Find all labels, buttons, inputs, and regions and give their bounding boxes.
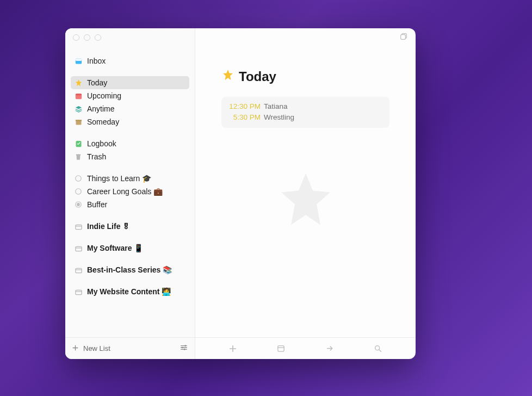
page-heading: Today <box>221 69 389 85</box>
svg-rect-7 <box>76 154 81 155</box>
svg-point-17 <box>182 347 183 349</box>
logbook-icon <box>74 139 83 148</box>
svg-rect-20 <box>401 35 406 40</box>
event-row: 12:30 PM Tatiana <box>229 101 382 112</box>
project-progress-icon <box>74 187 83 196</box>
area-icon <box>74 265 83 274</box>
sidebar-item-label: Someday <box>87 117 119 126</box>
search-button[interactable] <box>370 341 386 357</box>
settings-icon[interactable] <box>180 343 188 354</box>
project-progress-icon <box>74 200 83 209</box>
sidebar-item-logbook[interactable]: Logbook <box>71 137 189 150</box>
today-events-card[interactable]: 12:30 PM Tatiana 5:30 PM Wrestling <box>221 97 389 128</box>
sidebar-item-area[interactable]: My Website Content 🧑‍💻 <box>71 285 189 298</box>
stack-icon <box>74 104 83 113</box>
close-window-button[interactable] <box>73 34 79 41</box>
box-icon <box>74 117 83 126</box>
svg-rect-13 <box>75 246 81 251</box>
svg-point-18 <box>184 349 185 350</box>
area-icon <box>74 222 83 231</box>
event-row: 5:30 PM Wrestling <box>229 112 382 123</box>
sidebar-item-inbox[interactable]: Inbox <box>71 54 189 67</box>
svg-point-8 <box>76 176 82 182</box>
svg-rect-1 <box>75 58 81 60</box>
main-content: Today 12:30 PM Tatiana 5:30 PM Wrestling <box>195 47 416 337</box>
event-time: 5:30 PM <box>229 112 261 123</box>
sidebar-item-label: Logbook <box>87 139 116 148</box>
sidebar-item-today[interactable]: Today <box>71 76 189 89</box>
svg-rect-14 <box>75 268 81 273</box>
svg-point-11 <box>77 203 80 206</box>
sidebar-item-label: Inbox <box>87 57 106 65</box>
area-icon <box>74 287 83 296</box>
sidebar-item-label: Best-in-Class Series 📚 <box>87 265 172 274</box>
zoom-window-button[interactable] <box>95 34 101 41</box>
svg-point-9 <box>76 189 82 195</box>
sidebar-item-area[interactable]: My Software 📱 <box>71 242 189 255</box>
event-title: Wrestling <box>264 112 294 123</box>
svg-rect-3 <box>75 94 81 95</box>
page-title: Today <box>239 69 276 84</box>
new-todo-button[interactable] <box>225 341 241 357</box>
svg-point-22 <box>375 345 380 350</box>
sidebar-item-label: Today <box>87 78 107 87</box>
sidebar-item-upcoming[interactable]: Upcoming <box>71 89 189 102</box>
svg-rect-5 <box>75 120 81 121</box>
sidebar-item-area[interactable]: Best-in-Class Series 📚 <box>71 263 189 276</box>
sidebar-item-someday[interactable]: Someday <box>71 115 189 128</box>
new-list-button[interactable]: New List <box>72 344 110 353</box>
minimize-window-button[interactable] <box>84 34 90 41</box>
sidebar-nav: Inbox Today Upcoming Anytime <box>65 47 195 337</box>
project-progress-icon <box>74 174 83 183</box>
svg-rect-21 <box>278 346 284 352</box>
sidebar: Inbox Today Upcoming Anytime <box>65 28 195 359</box>
sidebar-item-label: Career Long Goals 💼 <box>87 187 163 196</box>
sidebar-item-project[interactable]: Buffer <box>71 198 189 211</box>
new-window-icon[interactable] <box>399 32 408 43</box>
sidebar-item-project[interactable]: Career Long Goals 💼 <box>71 185 189 198</box>
sidebar-item-label: Upcoming <box>87 91 121 100</box>
main-panel: Today 12:30 PM Tatiana 5:30 PM Wrestling <box>195 28 416 359</box>
sidebar-item-label: Buffer <box>87 200 107 209</box>
sidebar-item-project[interactable]: Things to Learn 🎓 <box>71 172 189 185</box>
sidebar-footer: New List <box>65 337 195 359</box>
calendar-icon <box>74 91 83 100</box>
event-title: Tatiana <box>264 101 288 112</box>
sidebar-item-label: My Software 📱 <box>87 244 143 252</box>
sidebar-item-label: My Website Content 🧑‍💻 <box>87 287 171 296</box>
event-time: 12:30 PM <box>229 101 261 112</box>
star-icon <box>221 69 234 85</box>
sidebar-item-label: Indie Life 🎖 <box>87 222 130 231</box>
window-controls <box>65 28 195 47</box>
sidebar-item-label: Anytime <box>87 104 115 113</box>
svg-rect-12 <box>75 225 81 229</box>
plus-icon <box>72 344 79 353</box>
sidebar-item-label: Trash <box>87 152 106 161</box>
move-button[interactable] <box>321 341 338 357</box>
watermark-star-icon <box>273 168 338 236</box>
sidebar-item-anytime[interactable]: Anytime <box>71 102 189 115</box>
trash-icon <box>74 152 83 161</box>
sidebar-item-trash[interactable]: Trash <box>71 150 189 163</box>
new-list-label: New List <box>83 344 110 352</box>
calendar-button[interactable] <box>273 341 289 357</box>
svg-rect-15 <box>75 290 81 294</box>
area-icon <box>74 244 83 252</box>
main-titlebar <box>195 28 416 47</box>
inbox-icon <box>74 57 83 65</box>
sidebar-item-label: Things to Learn 🎓 <box>87 174 151 183</box>
svg-point-16 <box>184 345 186 346</box>
app-window: Inbox Today Upcoming Anytime <box>65 28 416 359</box>
star-icon <box>74 78 83 87</box>
main-toolbar <box>195 337 416 359</box>
sidebar-item-area[interactable]: Indie Life 🎖 <box>71 220 189 233</box>
